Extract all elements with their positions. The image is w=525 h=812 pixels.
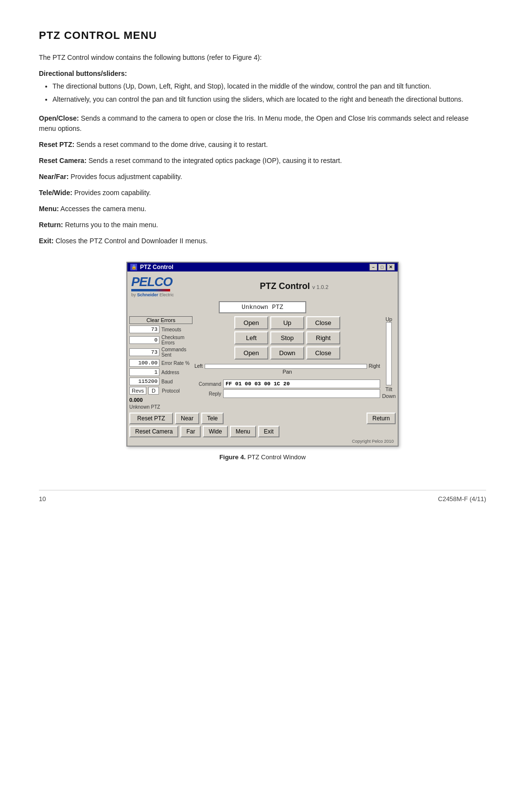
ptz-left-panel: Clear Errors Timeouts Checksum Errors Co… (129, 316, 192, 410)
ptz-center-title: PTZ Control v 1.0.2 (192, 281, 396, 291)
figure-caption-text: PTZ Control Window (247, 453, 306, 461)
bullet-item-2: Alternatively, you can control the pan a… (52, 94, 486, 105)
page-footer: 10 C2458M-F (4/11) (39, 490, 486, 503)
pan-slider[interactable] (205, 364, 367, 369)
near-far-para: Near/Far: Provides focus adjustment capa… (39, 172, 486, 182)
page-title: PTZ CONTROL MENU (39, 29, 486, 42)
footer-doc-id: C2458M-F (4/11) (438, 495, 486, 503)
bullet-list: The directional buttons (Up, Down, Left,… (39, 81, 486, 105)
bottom-row-2: Reset Camera Far Wide Menu Exit (129, 426, 396, 437)
ptz-body: PELCO by Schneider Electric PTZ Control … (127, 271, 398, 446)
address-input[interactable] (129, 368, 159, 376)
left-button[interactable]: Left (234, 331, 268, 344)
checksum-input[interactable] (129, 336, 159, 344)
address-label: Address (161, 370, 179, 375)
pan-area: Left Right Pan (194, 363, 380, 375)
stat-row-error-rate: Error Rate % (129, 359, 192, 367)
timeouts-label: Timeouts (161, 327, 181, 332)
pelco-logo-area: PELCO by Schneider Electric (129, 273, 192, 299)
open-top-button[interactable]: Open (234, 316, 268, 329)
ptz-main-area: Clear Errors Timeouts Checksum Errors Co… (129, 316, 396, 410)
baud-label: Baud (161, 379, 173, 384)
bullet-item-1: The directional buttons (Up, Down, Left,… (52, 81, 486, 91)
schneider-by: by (131, 292, 136, 297)
ptz-window: 🔒 PTZ Control – □ ✕ PELCO by Schneider (126, 262, 399, 447)
return-label: Return: (39, 221, 63, 229)
minimize-button[interactable]: – (369, 264, 377, 271)
command-input[interactable] (223, 379, 380, 388)
slider-down-label: Down (382, 393, 396, 399)
maximize-button[interactable]: □ (378, 264, 386, 271)
error-rate-label: Error Rate % (161, 361, 190, 366)
close-bottom-button[interactable]: Close (306, 346, 340, 360)
main-title-text: PTZ Control (260, 281, 310, 291)
unknown-ptz-display: Unknown PTZ (219, 301, 306, 313)
reset-camera-label: Reset Camera: (39, 157, 87, 164)
timeouts-input[interactable] (129, 325, 159, 333)
commands-label: Commands Sent (161, 347, 192, 358)
menu-text: Accesses the camera menu. (60, 205, 146, 213)
footer-page-number: 10 (39, 495, 46, 503)
command-row: Command (194, 379, 380, 388)
tele-wide-para: Tele/Wide: Provides zoom capability. (39, 188, 486, 198)
tele-wide-label: Tele/Wide: (39, 189, 72, 197)
reset-ptz-button[interactable]: Reset PTZ (129, 413, 173, 424)
pan-slider-row: Left Right (194, 363, 380, 369)
reset-ptz-label: Reset PTZ: (39, 141, 74, 148)
exit-button[interactable]: Exit (258, 426, 280, 437)
reply-input[interactable] (223, 389, 380, 398)
tele-button[interactable]: Tele (201, 413, 224, 424)
tilt-label: Tilt (385, 386, 392, 392)
right-button[interactable]: Right (306, 331, 340, 344)
tilt-slider-wrap (386, 322, 392, 385)
up-button[interactable]: Up (270, 316, 304, 329)
stat-row-baud: Baud (129, 378, 192, 385)
return-button[interactable]: Return (367, 413, 396, 424)
error-rate-input[interactable] (129, 359, 159, 367)
return-text: Returns you to the main menu. (65, 221, 158, 229)
close-window-button[interactable]: ✕ (387, 264, 395, 271)
wide-button[interactable]: Wide (203, 426, 228, 437)
section-heading: Directional buttons/sliders: (39, 70, 486, 77)
titlebar-title-area: 🔒 PTZ Control (130, 264, 174, 271)
open-bottom-button[interactable]: Open (234, 346, 268, 360)
commands-input[interactable] (129, 348, 159, 356)
slider-up-label: Up (385, 316, 392, 322)
intro-paragraph: The PTZ Control window contains the foll… (39, 53, 486, 63)
ptz-titlebar: 🔒 PTZ Control – □ ✕ (127, 263, 398, 271)
ptz-center-controls: Open Up Close Left Stop Right Open Down (194, 316, 380, 399)
unknown-ptz-small: Unknown PTZ (129, 404, 192, 410)
tilt-slider-area: Up Tilt Down (382, 316, 396, 399)
menu-button[interactable]: Menu (230, 426, 256, 437)
ctrl-row-middle: Left Stop Right (234, 331, 340, 344)
reset-camera-text: Sends a reset command to the integrated … (88, 157, 342, 164)
return-para: Return: Returns you to the main menu. (39, 220, 486, 230)
exit-para: Exit: Closes the PTZ Control and Downloa… (39, 236, 486, 246)
schneider-text: by Schneider Electric (131, 292, 174, 297)
tele-wide-text: Provides zoom capability. (74, 189, 151, 197)
down-button[interactable]: Down (270, 346, 304, 360)
baud-input[interactable] (129, 378, 159, 385)
tilt-slider[interactable] (386, 322, 392, 385)
stat-row-commands: Commands Sent (129, 347, 192, 358)
titlebar-title-text: PTZ Control (140, 264, 174, 271)
far-button[interactable]: Far (180, 426, 201, 437)
stat-row-timeouts: Timeouts (129, 325, 192, 333)
reset-camera-button[interactable]: Reset Camera (129, 426, 178, 437)
stop-button[interactable]: Stop (270, 331, 304, 344)
reply-label: Reply (194, 391, 221, 397)
close-top-button[interactable]: Close (306, 316, 340, 329)
window-icon: 🔒 (130, 264, 137, 271)
schneider-suffix: Electric (159, 292, 174, 297)
open-close-label: Open/Close: (39, 114, 79, 122)
figure-caption: Figure 4. PTZ Control Window (219, 453, 306, 461)
open-close-para: Open/Close: Sends a command to the camer… (39, 113, 486, 134)
near-button[interactable]: Near (175, 413, 199, 424)
protocol-label: Protocol (162, 388, 180, 394)
ctrl-row-bottom: Open Down Close (234, 346, 340, 360)
near-far-text: Provides focus adjustment capability. (70, 173, 182, 180)
clear-errors-button[interactable]: Clear Errors (129, 316, 192, 324)
exit-text: Closes the PTZ Control and Downloader II… (55, 237, 208, 245)
menu-para: Menu: Accesses the camera menu. (39, 204, 486, 214)
schneider-brand: Schneider (137, 292, 158, 297)
